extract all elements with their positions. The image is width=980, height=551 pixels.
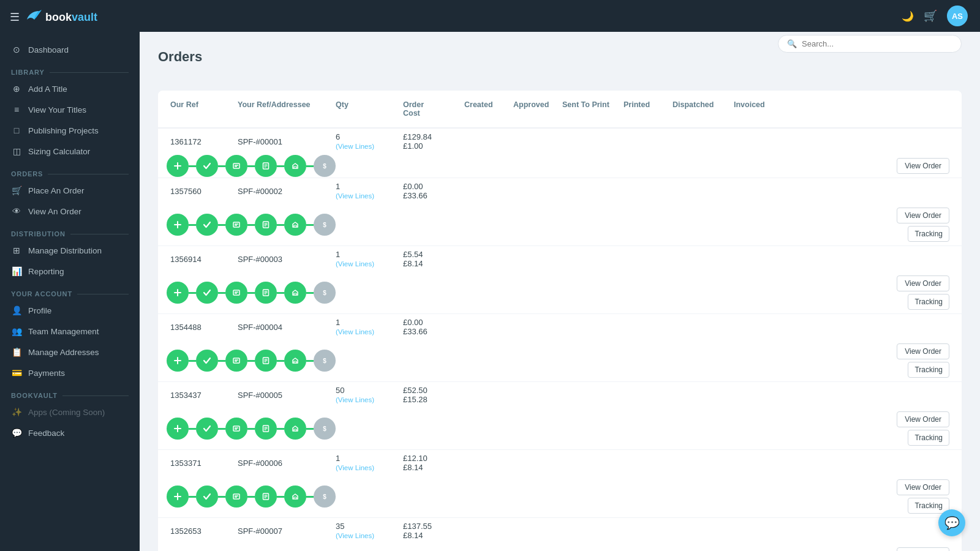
view-lines-link[interactable]: (View Lines) [336,328,374,335]
sidebar-item-manage-addresses[interactable]: 📋 Manage Addresses [0,342,140,362]
cell-your-ref: SPF-#00001 [234,133,332,150]
col-your-ref: Your Ref/Addressee [234,97,332,121]
status-icon-4 [284,350,306,372]
cell-qty: 1 (View Lines) [332,314,399,340]
sidebar-header: ☰ bookvault [0,0,140,34]
cell-qty: 6 (View Lines) [332,129,399,154]
user-avatar[interactable]: AS [947,6,968,26]
status-icon-0 [167,155,189,177]
view-lines-link[interactable]: (View Lines) [336,192,374,200]
cart-topbar-icon[interactable]: 🛒 [924,9,937,23]
cell-qty: 50 (View Lines) [332,382,399,408]
sidebar-item-sizing-calculator[interactable]: ◫ Sizing Calculator [0,141,140,162]
cell-cost: £129.84£1.00 [399,129,461,154]
status-icon-2 [225,155,247,177]
tracking-button[interactable]: Tracking [908,362,949,378]
status-icon-4 [284,418,306,440]
sidebar-item-manage-distribution[interactable]: ⊞ Manage Distribution [0,240,140,261]
sidebar-item-feedback[interactable]: 💬 Feedback [0,422,140,443]
sidebar-item-publishing-projects[interactable]: □ Publishing Projects [0,120,140,141]
status-icon-3 [255,155,277,177]
cell-your-ref: SPF-#00005 [234,387,332,403]
status-icon-0 [167,418,189,440]
view-order-button[interactable]: View Order [897,411,949,427]
sidebar-item-add-title[interactable]: ⊕ Add A Title [0,78,140,99]
eye-icon: 👁 [11,206,22,216]
svg-point-61 [290,356,300,365]
col-actions [785,97,859,121]
col-order-cost: OrderCost [399,97,461,121]
view-order-button[interactable]: View Order [897,158,949,174]
view-order-button[interactable]: View Order [897,479,949,495]
sidebar-item-dashboard[interactable]: ⊙ Dashboard [0,39,140,60]
col-dispatched: Dispatched [669,97,730,121]
view-lines-link[interactable]: (View Lines) [336,464,374,471]
table-header: Our Ref Your Ref/Addressee Qty OrderCost… [158,91,962,129]
col-qty: Qty [332,97,399,121]
cell-actions: View Order Tracking [880,340,953,381]
address-icon: 📋 [11,347,22,357]
status-icon-4 [284,214,306,236]
status-icon-5: $ [314,418,336,440]
cell-our-ref: 1356914 [167,251,234,268]
sidebar-item-payments[interactable]: 💳 Payments [0,362,140,383]
tracking-button[interactable]: Tracking [908,498,949,514]
cell-qty: 1 (View Lines) [332,246,399,272]
tracking-button[interactable]: Tracking [908,226,949,242]
status-icon-2 [225,485,247,508]
svg-point-77 [290,424,300,433]
view-order-button[interactable]: View Order [897,208,949,223]
view-order-button[interactable]: View Order [897,276,949,291]
calculator-icon: ◫ [11,146,22,156]
cell-actions: View Order Tracking [880,544,953,551]
theme-toggle-icon[interactable]: 🌙 [902,10,914,22]
svg-point-45 [290,288,300,298]
status-icon-4 [284,282,306,304]
view-lines-link[interactable]: (View Lines) [336,532,374,539]
add-icon: ⊕ [11,84,22,94]
sidebar-item-label: Feedback [28,429,64,438]
status-icon-2 [225,350,247,372]
status-icon-4 [284,485,306,508]
tracking-button[interactable]: Tracking [908,294,949,310]
cart-icon: 🛒 [11,186,22,195]
header-search-row: Orders 🔍 [158,49,962,78]
sidebar-item-reporting[interactable]: 📊 Reporting [0,261,140,282]
page-title: Orders [158,49,202,65]
sidebar-item-label: Reporting [28,267,64,276]
table-row: 1353371 SPF-#00006 1 (View Lines) £12.10… [158,450,962,518]
payment-icon: 💳 [11,368,22,378]
sidebar-item-view-order[interactable]: 👁 View An Order [0,201,140,222]
cell-our-ref: 1352653 [167,523,234,539]
sidebar-nav: ⊙ Dashboard Library ⊕ Add A Title ≡ View… [0,34,140,551]
status-icon-0 [167,350,189,372]
sidebar-item-team-management[interactable]: 👥 Team Management [0,321,140,342]
view-lines-link[interactable]: (View Lines) [336,396,374,403]
sidebar-item-profile[interactable]: 👤 Profile [0,300,140,321]
view-lines-link[interactable]: (View Lines) [336,260,374,268]
chat-bubble[interactable]: 💬 [938,509,965,536]
feedback-icon: 💬 [11,428,22,438]
search-input[interactable] [802,39,952,48]
status-icon-5: $ [314,350,336,372]
view-order-button[interactable]: View Order [897,343,949,359]
cell-actions: View Order [880,154,953,178]
view-lines-link[interactable]: (View Lines) [336,143,374,150]
cell-cost: £5.54£8.14 [399,246,461,272]
sidebar-item-label: Sizing Calculator [28,147,90,156]
cell-pipeline: $ [167,155,880,177]
view-order-button[interactable]: View Order [897,547,949,551]
sidebar-item-apps[interactable]: ✨ Apps (Coming Soon) [0,402,140,422]
cell-cost: £52.50£15.28 [399,382,461,408]
svg-text:$: $ [323,358,326,364]
tracking-button[interactable]: Tracking [908,430,949,446]
cell-our-ref: 1353437 [167,387,234,403]
sidebar-item-view-titles[interactable]: ≡ View Your Titles [0,99,140,120]
status-icon-3 [255,485,277,508]
status-icon-1 [196,485,218,508]
sidebar: ☰ bookvault ⊙ Dashboard Library ⊕ Add A … [0,0,140,551]
sidebar-section-orders: Orders [0,162,140,180]
status-icon-3 [255,214,277,236]
sidebar-item-place-order[interactable]: 🛒 Place An Order [0,180,140,201]
hamburger-icon[interactable]: ☰ [10,10,20,24]
